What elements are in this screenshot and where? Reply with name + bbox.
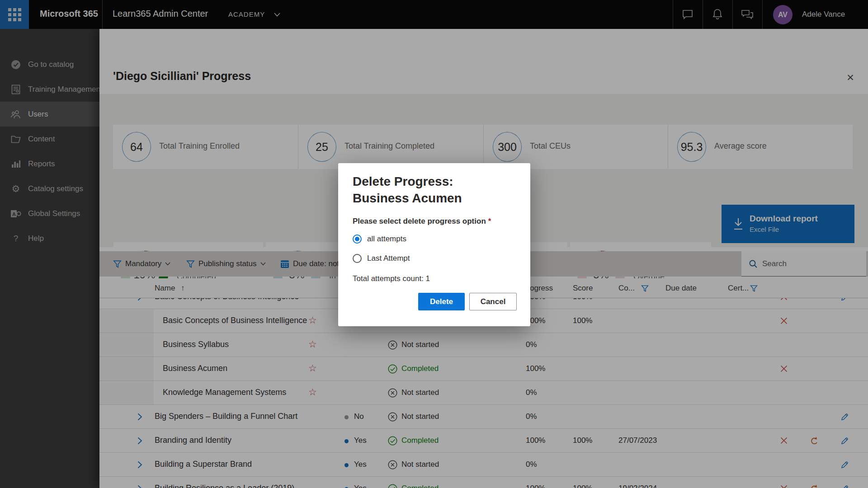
radio-last-attempt[interactable]: Last Attempt (353, 254, 410, 263)
cancel-button[interactable]: Cancel (469, 293, 517, 310)
radio-selected-icon (353, 235, 362, 244)
radio-all-attempts[interactable]: all attempts (353, 235, 406, 244)
radio-unselected-icon (353, 254, 362, 263)
delete-progress-dialog: Delete Progress: Business Acumen Please … (338, 163, 530, 326)
dialog-title: Delete Progress: Business Acumen (353, 173, 502, 206)
attempts-count-note: Total attempts count: 1 (353, 274, 430, 283)
delete-button[interactable]: Delete (418, 293, 465, 310)
dialog-prompt: Please select delete progress option* (353, 217, 491, 226)
required-asterisk: * (488, 217, 491, 225)
